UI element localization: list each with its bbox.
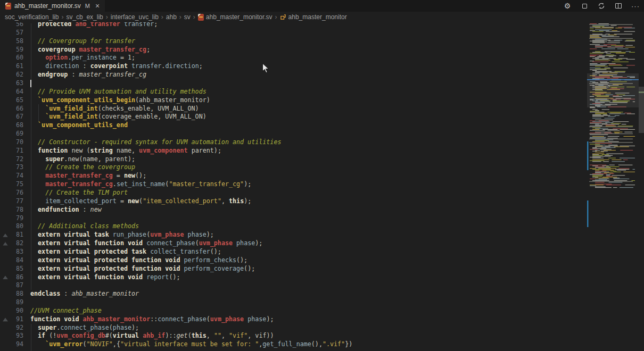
text-caret <box>30 80 31 88</box>
code-line-74[interactable]: 74 master_transfer_cg = new(); <box>0 172 585 180</box>
code-line-89[interactable]: 89 <box>0 298 585 307</box>
tab-ahb-master-monitor[interactable]: ahb_master_monitor.sv M × <box>0 0 105 12</box>
code-line-62[interactable]: 62 endgroup : master_transfer_cg <box>0 71 585 79</box>
line-text: endfunction : new <box>30 206 102 214</box>
line-number: 63 <box>0 79 23 88</box>
code-line-78[interactable]: 78 endfunction : new <box>0 206 585 214</box>
tab-title: ahb_master_monitor.sv <box>14 2 81 10</box>
code-line-77[interactable]: 77 item_collected_port = new("item_colle… <box>0 197 585 206</box>
more-actions-icon[interactable]: ··· <box>631 2 640 10</box>
code-line-58[interactable]: 58 // Covergroup for transfer <box>0 37 585 46</box>
code-line-61[interactable]: 61 direction : coverpoint transfer.direc… <box>0 62 585 71</box>
modified-badge: M <box>85 3 90 9</box>
code-line-70[interactable]: 70 // Constructor - required syntax for … <box>0 138 585 147</box>
sv-file-icon <box>5 3 11 10</box>
line-number: 91 <box>0 315 23 324</box>
line-text: direction : coverpoint transfer.directio… <box>30 62 203 71</box>
code-line-69[interactable]: 69 <box>0 130 585 138</box>
line-number: 76 <box>0 189 23 197</box>
code-line-94[interactable]: 94 `uvm_error("NOVIF",{"virtual interfac… <box>0 340 585 349</box>
code-line-65[interactable]: 65 `uvm_component_utils_begin(ahb_master… <box>0 96 585 105</box>
breadcrumb-label: ahb_master_monitor.sv <box>206 13 273 21</box>
code-line-73[interactable]: 73 // Create the covergroup <box>0 163 585 172</box>
line-text: function void ahb_master_monitor::connec… <box>30 315 274 324</box>
code-line-75[interactable]: 75 master_transfer_cg.set_inst_name("mas… <box>0 180 585 189</box>
code-line-82[interactable]: 82 extern virtual function void connect_… <box>0 239 585 248</box>
line-number: 82 <box>0 239 23 248</box>
line-text: master_transfer_cg = new(); <box>30 172 146 180</box>
code-line-86[interactable]: 86 extern virtual function void report()… <box>0 273 585 282</box>
line-text: extern virtual protected function void p… <box>30 265 255 273</box>
code-line-71[interactable]: 71 function new (string name, uvm_compon… <box>0 147 585 155</box>
code-line-81[interactable]: 81 extern virtual task run_phase(uvm_pha… <box>0 231 585 239</box>
code-line-79[interactable]: 79 <box>0 214 585 223</box>
scrollbar-thumb[interactable] <box>639 87 644 133</box>
code-line-91[interactable]: 91function void ahb_master_monitor::conn… <box>0 315 585 324</box>
line-number: 78 <box>0 206 23 214</box>
line-text: master_transfer_cg.set_inst_name("master… <box>30 180 251 189</box>
line-text: extern virtual task run_phase(uvm_phase … <box>30 231 214 239</box>
vertical-scrollbar[interactable] <box>639 22 644 351</box>
line-text: // Additional class methods <box>30 222 139 231</box>
breadcrumb-separator: › <box>193 13 195 21</box>
code-line-67[interactable]: 67 `uvm_field_int(coverage_enable, UVM_A… <box>0 113 585 121</box>
indent-guide <box>31 324 31 351</box>
code-line-84[interactable]: 84 extern virtual protected function voi… <box>0 256 585 265</box>
code-line-80[interactable]: 80 // Additional class methods <box>0 222 585 231</box>
line-number: 89 <box>0 298 23 307</box>
overview-ruler-marker <box>639 91 644 93</box>
code-line-68[interactable]: 68 `uvm_component_utils_end <box>0 121 585 130</box>
breadcrumb-item-sv-cb-ex-lib[interactable]: sv_cb_ex_lib <box>66 13 103 21</box>
code-line-66[interactable]: 66 `uvm_field_int(checks_enable, UVM_ALL… <box>0 105 585 113</box>
line-number: 66 <box>0 105 23 113</box>
minimap[interactable] <box>587 22 639 351</box>
code-line-90[interactable]: 90//UVM connect_phase <box>0 307 585 315</box>
code-line-93[interactable]: 93 if (!uvm_config_db#(virtual ahb_if)::… <box>0 332 585 340</box>
code-line-60[interactable]: 60 option.per_instance = 1; <box>0 54 585 62</box>
editor-actions: ⚙··· <box>563 0 640 12</box>
compare-changes-icon[interactable] <box>597 2 606 10</box>
line-text: extern virtual function void connect_pha… <box>30 239 262 248</box>
layout-square-icon[interactable] <box>580 2 589 10</box>
code-line-63[interactable]: 63 <box>0 79 585 88</box>
close-tab-icon[interactable]: × <box>95 2 100 10</box>
breadcrumb-item-ahb-master-monitor-sv[interactable]: ahb_master_monitor.sv <box>198 13 273 21</box>
line-text: // Provide UVM automation and utility me… <box>30 88 207 96</box>
code-line-83[interactable]: 83 extern virtual protected task collect… <box>0 248 585 256</box>
settings-gear-icon[interactable]: ⚙ <box>563 2 572 10</box>
code-line-76[interactable]: 76 // Create the TLM port <box>0 189 585 197</box>
line-text: `uvm_component_utils_begin(ahb_master_mo… <box>30 96 210 105</box>
code-editor[interactable]: 56 protected ahb_transfer transfer;5758 … <box>0 0 644 351</box>
breadcrumb-item-interface-uvc-lib[interactable]: interface_uvc_lib <box>111 13 159 21</box>
line-number: 90 <box>0 307 23 315</box>
breadcrumb-item-soc-verification-lib[interactable]: soc_verification_lib <box>5 13 59 21</box>
code-line-88[interactable]: 88endclass : ahb_master_monitor <box>0 290 585 298</box>
line-text: // Covergroup for transfer <box>30 37 135 46</box>
code-line-57[interactable]: 57 <box>0 29 585 37</box>
code-line-72[interactable]: 72 super.new(name, parent); <box>0 155 585 164</box>
line-number: 80 <box>0 222 23 231</box>
breadcrumb-item-sv[interactable]: sv <box>184 13 191 21</box>
line-number: 83 <box>0 248 23 256</box>
split-editor-icon[interactable] <box>614 2 623 10</box>
editor-tab-bar: ahb_master_monitor.sv M × ⚙··· <box>0 0 644 12</box>
breadcrumb-label: sv_cb_ex_lib <box>66 13 103 21</box>
line-number: 68 <box>0 121 23 130</box>
code-line-59[interactable]: 59 covergroup master_transfer_cg; <box>0 46 585 54</box>
code-line-85[interactable]: 85 extern virtual protected function voi… <box>0 265 585 273</box>
code-line-87[interactable]: 87 <box>0 281 585 290</box>
line-text: endclass : ahb_master_monitor <box>30 290 139 298</box>
breadcrumb-item-ahb[interactable]: ahb <box>166 13 177 21</box>
code-line-64[interactable]: 64 // Provide UVM automation and utility… <box>0 88 585 96</box>
line-text: `uvm_field_int(checks_enable, UVM_ALL_ON… <box>30 105 199 113</box>
breadcrumb-item-ahb-master-monitor[interactable]: ahb_master_monitor <box>280 13 347 21</box>
line-number: 88 <box>0 290 23 298</box>
code-line-92[interactable]: 92 super.connect_phase(phase); <box>0 324 585 332</box>
line-text: endgroup : master_transfer_cg <box>30 71 146 79</box>
line-number: 77 <box>0 197 23 206</box>
line-text: function new (string name, uvm_component… <box>30 147 221 155</box>
line-number: 57 <box>0 29 23 37</box>
breadcrumb-label: sv <box>184 13 191 21</box>
breadcrumb-separator: › <box>61 13 63 21</box>
line-number: 65 <box>0 96 23 105</box>
